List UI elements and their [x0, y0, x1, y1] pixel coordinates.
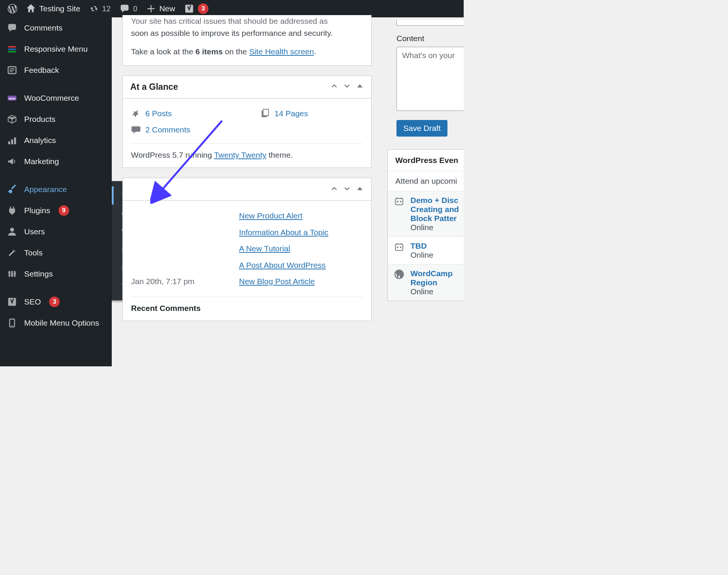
menu-label: Marketing: [24, 157, 59, 166]
svg-rect-8: [11, 139, 13, 144]
site-health-partial: Your site has critical issues that shoul…: [122, 15, 372, 66]
site-health-link[interactable]: Site Health screen: [249, 47, 314, 56]
svg-point-10: [10, 228, 14, 232]
svg-point-23: [397, 201, 398, 202]
svg-point-24: [400, 201, 401, 202]
home-icon: [26, 4, 35, 13]
comment-icon: [7, 23, 17, 33]
svg-rect-22: [395, 198, 403, 205]
menu-products[interactable]: Products: [0, 109, 112, 130]
activity-row: Jan 20th, 7:17 pmNew Blog Post Article: [131, 273, 363, 290]
menu-users[interactable]: Users: [0, 221, 112, 242]
menu-label: Tools: [24, 248, 43, 257]
glance-comments[interactable]: 2 Comments: [131, 124, 190, 136]
at-a-glance-box: At a Glance 6 Posts 14 Pages: [122, 75, 372, 168]
adminbar-wp[interactable]: [3, 0, 22, 17]
svg-rect-14: [8, 272, 11, 273]
events-title: WordPress Even: [388, 150, 464, 171]
sh-text: Your site has critical issues that shoul…: [131, 17, 328, 25]
settings-icon: [7, 269, 17, 279]
seo-badge: 3: [49, 297, 60, 307]
updates-count: 12: [102, 5, 111, 13]
adminbar-updates[interactable]: 12: [85, 0, 115, 17]
chevron-up-icon[interactable]: [330, 185, 338, 194]
collapse-icon[interactable]: [356, 82, 364, 91]
menu-mobile[interactable]: Mobile Menu Options: [0, 312, 112, 334]
theme-link[interactable]: Twenty Twenty: [214, 151, 267, 159]
menu-label: Plugins: [24, 206, 50, 215]
feedback-icon: [7, 65, 17, 75]
menu-seo[interactable]: SEO 3: [0, 291, 112, 312]
svg-point-27: [400, 246, 401, 248]
chevron-down-icon[interactable]: [343, 82, 351, 91]
menu-analytics[interactable]: Analytics: [0, 130, 112, 151]
megaphone-icon: [7, 156, 17, 167]
wordcamp-icon: [394, 269, 405, 296]
svg-rect-1: [8, 46, 16, 48]
glance-posts[interactable]: 6 Posts: [131, 108, 172, 120]
events-box: WordPress Even Attend an upcomi Demo + D…: [387, 149, 464, 301]
wrench-icon: [7, 248, 17, 258]
menu-label: SEO: [24, 297, 41, 306]
svg-rect-9: [14, 137, 16, 144]
svg-rect-3: [8, 51, 16, 52]
menu-tools[interactable]: Tools: [0, 242, 112, 263]
site-name: Testing Site: [39, 4, 80, 13]
admin-sidebar: Comments Responsive Menu Feedback woo Wo…: [0, 17, 112, 366]
content-label: Content: [396, 34, 464, 43]
menu-woocommerce[interactable]: woo WooCommerce: [0, 88, 112, 109]
meetup-icon: [394, 241, 405, 260]
content-textarea[interactable]: What's on your: [396, 47, 464, 111]
meetup-icon: [394, 196, 405, 232]
comments-count: 0: [133, 5, 137, 13]
activity-link[interactable]: A New Tutorial: [239, 243, 290, 255]
brush-icon: [7, 184, 17, 195]
adminbar-site[interactable]: Testing Site: [22, 0, 85, 17]
menu-label: Users: [24, 227, 45, 236]
comment-icon: [131, 125, 141, 135]
menu-label: Analytics: [24, 136, 56, 145]
menu-label: Responsive Menu: [24, 45, 88, 54]
menu-label: Products: [24, 115, 56, 124]
menu-feedback[interactable]: Feedback: [0, 60, 112, 81]
plus-icon: [147, 4, 156, 13]
activity-link[interactable]: New Blog Post Article: [239, 275, 315, 288]
sh-text: soon as possible to improve its performa…: [131, 29, 333, 37]
activity-link[interactable]: Information About a Topic: [239, 226, 329, 238]
activity-row: A Post About WordPress: [131, 257, 363, 274]
save-draft-button[interactable]: Save Draft: [396, 120, 447, 137]
pin-icon: [131, 108, 141, 118]
activity-link[interactable]: New Product Alert: [239, 210, 302, 222]
menu-plugins[interactable]: Plugins 9: [0, 200, 112, 221]
menu-marketing[interactable]: Marketing: [0, 151, 112, 172]
menu-comments[interactable]: Comments: [0, 17, 112, 38]
menu-label: Mobile Menu Options: [24, 318, 99, 327]
activity-row: Information About a Topic: [131, 224, 363, 241]
sh-text: on the: [223, 47, 249, 56]
menu-responsive[interactable]: Responsive Menu: [0, 38, 112, 60]
chevron-down-icon[interactable]: [343, 185, 351, 194]
sh-bold: 6 items: [195, 47, 222, 56]
glance-pages[interactable]: 14 Pages: [260, 108, 308, 120]
menu-label: WooCommerce: [24, 94, 79, 103]
menu-label: Appearance: [24, 185, 67, 194]
svg-rect-7: [8, 141, 10, 145]
svg-rect-25: [395, 244, 403, 251]
new-label: New: [159, 4, 175, 13]
activity-link[interactable]: A Post About WordPress: [239, 259, 326, 271]
update-icon: [89, 4, 99, 13]
menu-settings[interactable]: Settings: [0, 263, 112, 284]
activity-title: [130, 184, 133, 194]
menu-appearance[interactable]: Appearance: [0, 179, 112, 200]
recent-comments-title: Recent Comments: [131, 297, 363, 314]
wordpress-icon: [8, 4, 17, 14]
sh-text: .: [314, 47, 316, 56]
yoast-icon: [7, 297, 17, 307]
event-item[interactable]: TBD Online: [388, 237, 464, 264]
event-item[interactable]: Demo + Disc Creating and Block Patter On…: [388, 191, 464, 237]
collapse-icon[interactable]: [356, 185, 364, 194]
svg-rect-2: [8, 49, 16, 50]
chevron-up-icon[interactable]: [330, 82, 338, 91]
yoast-icon: [184, 4, 194, 14]
event-item[interactable]: WordCamp Region Online: [388, 264, 464, 301]
